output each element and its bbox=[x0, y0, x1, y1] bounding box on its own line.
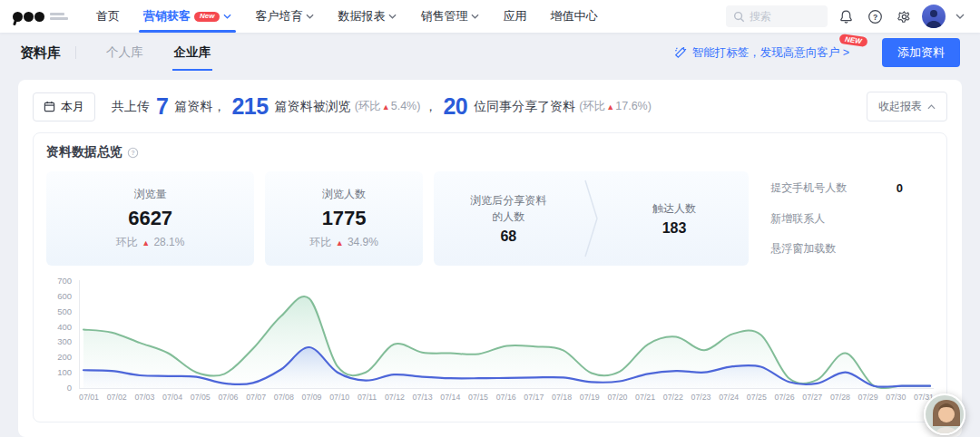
side-stat-new-contacts: 新增联系人 bbox=[770, 211, 928, 227]
search-box[interactable] bbox=[726, 5, 828, 27]
x-tick-label: 07/10 bbox=[329, 393, 349, 402]
x-tick-label: 07/15 bbox=[468, 393, 488, 402]
summary-upload-suffix: 篇资料， bbox=[174, 99, 225, 115]
svg-text:?: ? bbox=[872, 12, 877, 21]
calendar-icon bbox=[44, 101, 55, 112]
side-stat-phone-submits: 提交手机号人数 0 bbox=[770, 180, 928, 196]
report-card: 本月 共上传 7 篇资料， 215 篇资料被浏览 (环比▲5.4%) ， 20 … bbox=[18, 80, 962, 437]
nav-item-6[interactable]: 增值中心 bbox=[538, 0, 609, 33]
x-tick-label: 07/12 bbox=[385, 393, 405, 402]
nav-item-4[interactable]: 销售管理 bbox=[408, 0, 491, 33]
stat-value: 6627 bbox=[128, 207, 172, 230]
notifications-bell-icon[interactable] bbox=[835, 5, 857, 27]
viewed-count: 215 bbox=[231, 93, 268, 120]
funnel-label: 浏览后分享资料 的人数 bbox=[434, 192, 583, 225]
nav-item-5[interactable]: 应用 bbox=[491, 0, 538, 33]
collapse-report-button[interactable]: 收起报表 bbox=[867, 92, 947, 121]
x-tick-label: 07/01 bbox=[79, 393, 99, 402]
logo-subtext bbox=[50, 13, 68, 20]
title-divider bbox=[75, 46, 76, 59]
period-label: 本月 bbox=[61, 99, 84, 115]
logo-dots-icon bbox=[13, 12, 45, 22]
chevron-down-icon bbox=[471, 14, 479, 19]
side-stats-list: 提交手机号人数 0 新增联系人 悬浮窗加载数 bbox=[760, 171, 934, 266]
stat-cards-row: 浏览量 6627 环比 ▲ 28.1% 浏览人数 1775 环比 ▲ 34.9%… bbox=[46, 171, 934, 266]
settings-gear-icon[interactable] bbox=[893, 5, 915, 27]
summary-separator: ， bbox=[424, 99, 436, 115]
data-overview-section: 资料数据总览 ? 浏览量 6627 环比 ▲ 28.1% 浏览人数 1775 环… bbox=[33, 132, 947, 422]
y-tick-label: 700 bbox=[57, 276, 72, 286]
stat-card-viewers: 浏览人数 1775 环比 ▲ 34.9% bbox=[265, 171, 423, 266]
nav-item-label: 增值中心 bbox=[550, 8, 597, 24]
side-stat-label: 新增联系人 bbox=[770, 211, 825, 227]
user-avatar[interactable] bbox=[922, 5, 946, 28]
nav-item-2[interactable]: 客户培育 bbox=[243, 0, 326, 33]
series-area-浏览量 bbox=[83, 296, 930, 388]
summary-upload-prefix: 共上传 bbox=[112, 99, 150, 115]
funnel-shared-after-view: 浏览后分享资料 的人数 68 bbox=[434, 192, 583, 245]
chart-x-axis: 07/0107/0207/0307/0407/0507/0607/0707/08… bbox=[79, 393, 934, 402]
overview-title: 资料数据总览 bbox=[46, 144, 122, 160]
stat-ratio: 环比 ▲ 34.9% bbox=[309, 235, 378, 250]
nav-item-3[interactable]: 数据报表 bbox=[326, 0, 408, 33]
period-selector[interactable]: 本月 bbox=[33, 92, 95, 121]
x-tick-label: 07/26 bbox=[775, 393, 795, 402]
x-tick-label: 07/13 bbox=[413, 393, 433, 402]
x-tick-label: 07/19 bbox=[580, 393, 600, 402]
x-tick-label: 07/17 bbox=[524, 393, 544, 402]
x-tick-label: 07/29 bbox=[858, 393, 878, 402]
nav-right-tools: ? bbox=[726, 5, 967, 28]
stat-card-views: 浏览量 6627 环比 ▲ 28.1% bbox=[46, 171, 254, 266]
y-tick-label: 0 bbox=[67, 383, 72, 393]
nav-item-label: 首页 bbox=[96, 8, 120, 24]
y-tick-label: 400 bbox=[57, 322, 72, 332]
funnel-reached: 触达人数 183 bbox=[600, 200, 750, 237]
add-material-button[interactable]: 添加资料 bbox=[882, 38, 960, 67]
tab-personal-library[interactable]: 个人库 bbox=[104, 34, 145, 71]
x-tick-label: 07/08 bbox=[274, 393, 294, 402]
side-stat-widget-loads: 悬浮窗加载数 bbox=[770, 241, 928, 257]
collapse-report-label: 收起报表 bbox=[878, 99, 922, 114]
search-icon bbox=[733, 11, 745, 23]
funnel-value: 183 bbox=[600, 220, 750, 237]
funnel-arrow-icon bbox=[583, 179, 600, 258]
shared-ratio: (环比▲17.6%) bbox=[579, 99, 652, 114]
y-tick-label: 100 bbox=[57, 367, 72, 377]
y-tick-label: 500 bbox=[57, 306, 72, 316]
help-question-icon[interactable]: ? bbox=[127, 147, 139, 159]
search-input[interactable] bbox=[750, 10, 813, 23]
chart-y-axis: 0100200300400500600700 bbox=[46, 280, 79, 389]
x-tick-label: 07/16 bbox=[496, 393, 516, 402]
x-tick-label: 07/14 bbox=[440, 393, 460, 402]
smart-tagging-link[interactable]: 智能打标签，发现高意向客户 > NEW bbox=[674, 45, 855, 61]
monthly-summary-row: 本月 共上传 7 篇资料， 215 篇资料被浏览 (环比▲5.4%) ， 20 … bbox=[33, 92, 947, 121]
account-chevron-down-icon[interactable] bbox=[953, 5, 967, 27]
x-tick-label: 07/25 bbox=[747, 393, 767, 402]
side-stat-value: 0 bbox=[897, 181, 928, 195]
page-subheader: 资料库 个人库 企业库 智能打标签，发现高意向客户 > NEW 添加资料 bbox=[0, 33, 980, 73]
funnel-value: 68 bbox=[434, 228, 583, 245]
app-logo[interactable] bbox=[13, 12, 68, 22]
new-badge: New bbox=[194, 12, 220, 22]
nav-item-1[interactable]: 营销获客New bbox=[132, 0, 243, 33]
x-tick-label: 07/20 bbox=[607, 393, 627, 402]
summary-viewed-suffix: 篇资料被浏览 bbox=[275, 99, 351, 115]
x-tick-label: 07/24 bbox=[719, 393, 739, 402]
side-stat-label: 提交手机号人数 bbox=[770, 180, 847, 196]
x-tick-label: 07/22 bbox=[663, 393, 683, 402]
nav-item-0[interactable]: 首页 bbox=[84, 0, 132, 33]
nav-item-label: 应用 bbox=[503, 8, 526, 24]
viewed-ratio: (环比▲5.4%) bbox=[355, 99, 421, 114]
x-tick-label: 07/30 bbox=[886, 393, 906, 402]
tab-enterprise-library[interactable]: 企业库 bbox=[172, 34, 213, 71]
funnel-label: 触达人数 bbox=[600, 200, 750, 217]
x-tick-label: 07/28 bbox=[830, 393, 850, 402]
assistant-avatar[interactable] bbox=[924, 393, 965, 435]
triangle-up-icon: ▲ bbox=[382, 102, 390, 112]
nav-item-label: 数据报表 bbox=[338, 8, 385, 24]
help-question-icon[interactable]: ? bbox=[864, 5, 886, 27]
y-tick-label: 300 bbox=[57, 336, 72, 346]
triangle-up-icon: ▲ bbox=[142, 238, 150, 248]
chart-plot[interactable] bbox=[79, 280, 934, 389]
stat-value: 1775 bbox=[322, 207, 367, 230]
